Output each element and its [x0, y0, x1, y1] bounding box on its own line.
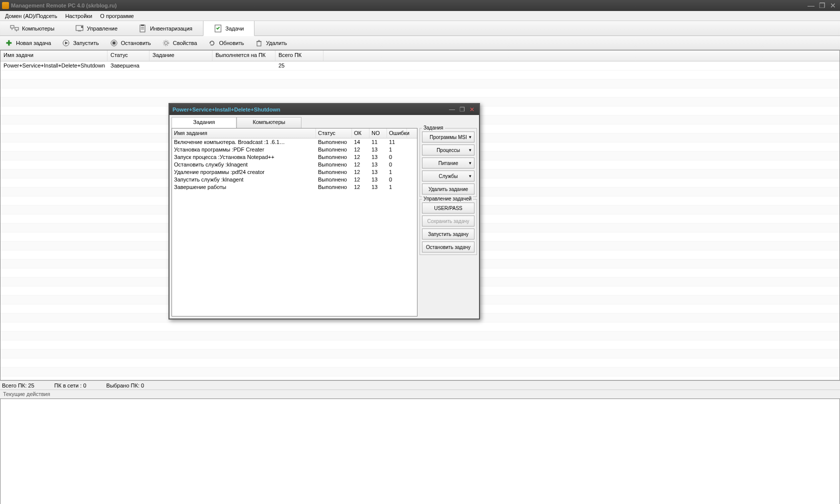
dialog-close-icon[interactable]: ✕	[468, 106, 476, 113]
dialog-row[interactable]: Удаление программы :pdf24 creatorВыполне…	[172, 168, 417, 176]
menu-about[interactable]: О программе	[97, 12, 136, 20]
main-tabs: Компьютеры Управление Инвентаризация Зад…	[0, 21, 840, 36]
cell-running	[212, 62, 276, 70]
minimize-icon[interactable]: —	[806, 2, 816, 10]
svg-rect-7	[140, 25, 145, 32]
btn-programs-msi[interactable]: Программы MSI	[422, 132, 474, 142]
table-row-empty	[0, 368, 840, 376]
dcell-no: 13	[370, 184, 387, 191]
stop-icon	[110, 39, 118, 47]
tab-inventory[interactable]: Инвентаризация	[128, 21, 203, 36]
dcell-ok: 12	[352, 146, 370, 154]
main-titlebar: Management Remote PC 4.0 (skrblog.ru) — …	[0, 0, 840, 11]
svg-rect-15	[112, 42, 116, 44]
tab-control[interactable]: Управление	[65, 21, 128, 36]
status-selected-pc: Выбрано ПК: 0	[106, 382, 144, 388]
dialog-maximize-icon[interactable]: ❐	[458, 106, 466, 113]
toolbar: ✚ Новая задача Запустить Остановить Свой…	[0, 36, 840, 50]
side-group-manage-label: Управление задачей	[422, 196, 473, 202]
dcell-status: Выполнено	[316, 184, 352, 191]
new-task-button[interactable]: ✚ Новая задача	[3, 38, 53, 48]
dcell-err: 11	[387, 138, 407, 146]
dcell-no: 11	[370, 138, 387, 146]
dcell-err: 1	[387, 146, 407, 154]
dialog-row[interactable]: Включение компьютера. Broadcast :1 .6.1……	[172, 138, 417, 146]
col-task-name[interactable]: Имя задачи	[0, 50, 108, 61]
dcell-no: 13	[370, 146, 387, 154]
stop-button[interactable]: Остановить	[108, 38, 153, 48]
col-status[interactable]: Статус	[108, 50, 150, 61]
tab-computers[interactable]: Компьютеры	[0, 21, 65, 36]
btn-services[interactable]: Службы	[422, 170, 474, 182]
dialog-table: Имя задания Статус ОК NO Ошибки Включени…	[172, 128, 418, 316]
dcell-ok: 12	[352, 154, 370, 161]
trash-icon	[255, 39, 263, 47]
btn-stop-task[interactable]: Остановить задачу	[422, 242, 474, 252]
dialog-minimize-icon[interactable]: —	[448, 106, 456, 113]
dcell-err: 0	[387, 161, 407, 168]
run-button[interactable]: Запустить	[60, 38, 101, 48]
inventory-icon	[138, 24, 147, 33]
dcell-no: 13	[370, 176, 387, 184]
btn-power[interactable]: Питание	[422, 158, 474, 168]
current-actions-label: Текущие действия	[0, 390, 840, 398]
col-running-on[interactable]: Выполняется на ПК	[212, 50, 276, 61]
dcell-name: Включение компьютера. Broadcast :1 .6.1…	[172, 138, 316, 146]
dialog-tab-computers[interactable]: Компьютеры	[236, 117, 302, 128]
dcell-status: Выполнено	[316, 138, 352, 146]
svg-point-17	[163, 40, 168, 46]
dcol-ok[interactable]: ОК	[352, 128, 370, 138]
close-icon[interactable]: ✕	[828, 2, 838, 10]
table-row-empty	[0, 88, 840, 98]
table-row-empty	[0, 350, 840, 358]
btn-run-task[interactable]: Запустить задачу	[422, 228, 474, 240]
dialog-tab-tasks[interactable]: Задания	[172, 117, 236, 128]
status-total-pc: Всего ПК: 25	[2, 382, 34, 388]
refresh-button[interactable]: Обновить	[206, 38, 246, 48]
tb-label: Обновить	[219, 40, 244, 46]
task-detail-dialog: Power+Service+Install+Delete+Shutdown — …	[168, 103, 480, 320]
maximize-icon[interactable]: ❐	[817, 2, 827, 10]
menu-domain[interactable]: Домен (AD)/Подсеть	[2, 12, 60, 20]
menu-settings[interactable]: Настройки	[62, 12, 95, 20]
computers-icon	[10, 24, 19, 33]
svg-rect-0	[10, 26, 14, 28]
log-area[interactable]	[0, 398, 840, 504]
svg-point-16	[164, 42, 168, 44]
dialog-sidebar: Задания Программы MSI Процессы Питание С…	[420, 128, 477, 316]
tb-label: Удалить	[266, 40, 287, 46]
dialog-row[interactable]: Остановить службу :klnagentВыполнено1213…	[172, 161, 417, 168]
tb-label: Остановить	[121, 40, 151, 46]
refresh-icon	[208, 39, 216, 47]
col-total-pc[interactable]: Всего ПК	[276, 50, 324, 61]
btn-user-pass[interactable]: USER/PASS	[422, 202, 474, 214]
control-icon	[75, 24, 84, 33]
dialog-tbody[interactable]: Включение компьютера. Broadcast :1 .6.1……	[172, 138, 417, 316]
table-row-empty	[0, 332, 840, 340]
dcell-ok: 12	[352, 168, 370, 176]
cell-name: Power+Service+Install+Delete+Shutdown	[0, 62, 108, 70]
dialog-titlebar[interactable]: Power+Service+Install+Delete+Shutdown — …	[170, 104, 479, 115]
dcell-err: 0	[387, 154, 407, 161]
btn-processes[interactable]: Процессы	[422, 144, 474, 156]
table-row[interactable]: Power+Service+Install+Delete+ShutdownЗав…	[0, 62, 840, 70]
col-task[interactable]: Задание	[150, 50, 212, 61]
svg-marker-18	[210, 42, 211, 44]
dialog-row[interactable]: Запуск процесса :Установка Notepad++Выпо…	[172, 154, 417, 161]
dcell-status: Выполнено	[316, 168, 352, 176]
dcol-err[interactable]: Ошибки	[387, 128, 407, 138]
app-icon	[2, 2, 9, 9]
dcol-name[interactable]: Имя задания	[172, 128, 316, 138]
delete-button[interactable]: Удалить	[253, 38, 289, 48]
properties-button[interactable]: Свойства	[160, 38, 199, 48]
dcell-ok: 12	[352, 176, 370, 184]
tab-tasks[interactable]: Задачи	[203, 21, 254, 36]
dialog-row[interactable]: Установка программы :PDF CreaterВыполнен…	[172, 146, 417, 154]
side-group-tasks-label: Задания	[422, 125, 445, 130]
dialog-row[interactable]: Запустить службу :klnagentВыполнено12130	[172, 176, 417, 184]
btn-delete-task[interactable]: Удалить задание	[422, 184, 474, 194]
dcol-no[interactable]: NO	[370, 128, 387, 138]
dialog-row[interactable]: Завершение работыВыполнено12131	[172, 184, 417, 191]
btn-save-task[interactable]: Сохранить задачу	[422, 216, 474, 226]
dcol-status[interactable]: Статус	[316, 128, 352, 138]
